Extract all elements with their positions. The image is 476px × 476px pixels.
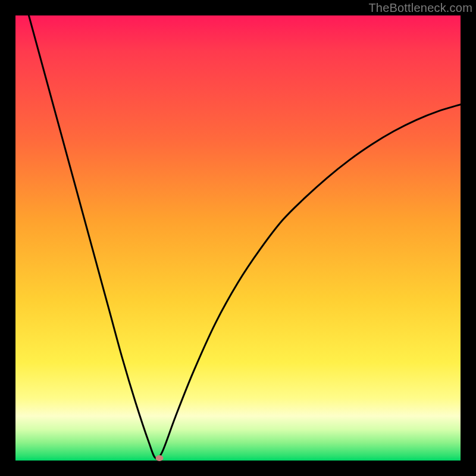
bottleneck-curve: [15, 15, 461, 461]
chart-frame: TheBottleneck.com: [0, 0, 476, 476]
watermark-text: TheBottleneck.com: [368, 1, 472, 15]
minimum-marker: [155, 455, 163, 461]
plot-area: [15, 15, 461, 461]
